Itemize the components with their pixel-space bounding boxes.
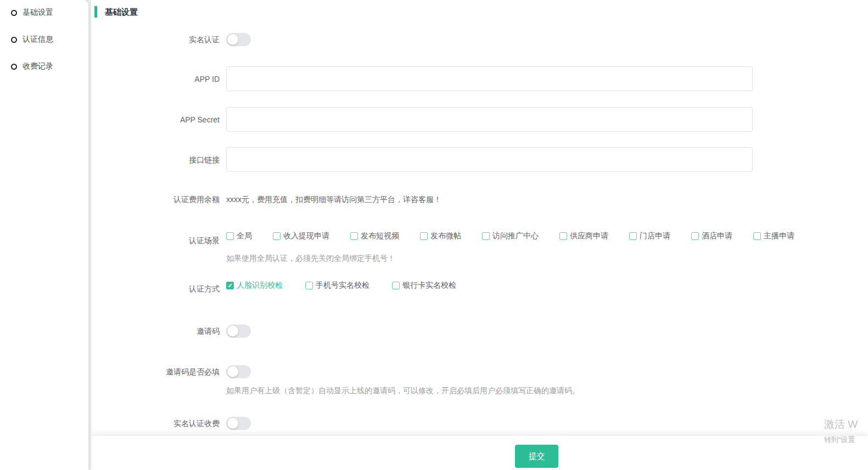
radio-circle-icon bbox=[11, 64, 17, 70]
scene-option-hotel[interactable]: 酒店申请 bbox=[691, 231, 732, 241]
checkbox-label: 银行卡实名校检 bbox=[402, 281, 456, 290]
invite-required-label: 邀请码是否必填 bbox=[91, 367, 220, 377]
scene-option-short-video[interactable]: 发布短视频 bbox=[350, 231, 399, 241]
settings-sidebar: 基础设置 认证信息 收费记录 bbox=[0, 0, 88, 470]
toggle-knob-icon bbox=[227, 366, 238, 377]
auth-fee-balance-text: xxxx元，费用充值，扣费明细等请访问第三方平台，详咨客服！ bbox=[226, 195, 441, 205]
sidebar-item-label: 认证信息 bbox=[23, 35, 53, 44]
checkbox-icon[interactable] bbox=[420, 232, 428, 240]
checkbox-icon[interactable] bbox=[305, 282, 313, 289]
app-secret-input[interactable] bbox=[226, 107, 753, 132]
checkbox-label: 主播申请 bbox=[764, 231, 794, 241]
auth-scene-options: 全局 收入提现申请 发布短视频 发布微帖 访问推广中心 供应商申请 门店申请 bbox=[226, 231, 794, 241]
auth-method-options: 人脸识别校检 手机号实名校检 银行卡实名校检 bbox=[226, 281, 456, 290]
invite-code-toggle[interactable] bbox=[226, 324, 251, 338]
invite-code-label: 邀请码 bbox=[91, 327, 220, 337]
checkbox-icon[interactable] bbox=[559, 232, 567, 240]
sidebar-item-fee-records[interactable]: 收费记录 bbox=[11, 60, 53, 72]
basic-settings-panel: 基础设置 实名认证 APP ID APP Secret 接口链接 认证费用余额 … bbox=[91, 0, 868, 470]
sidebar-item-label: 基础设置 bbox=[23, 8, 53, 18]
sidebar-item-auth-info[interactable]: 认证信息 bbox=[11, 33, 53, 46]
scene-option-promo-center[interactable]: 访问推广中心 bbox=[482, 231, 539, 241]
realname-auth-toggle[interactable] bbox=[226, 33, 251, 46]
checkbox-label: 访问推广中心 bbox=[492, 231, 539, 241]
radio-circle-icon bbox=[11, 10, 17, 16]
checkbox-label: 收入提现申请 bbox=[283, 231, 329, 241]
checkbox-label: 门店申请 bbox=[640, 231, 670, 241]
checkbox-icon[interactable] bbox=[691, 232, 699, 240]
checkbox-icon[interactable] bbox=[350, 232, 358, 240]
checkbox-icon[interactable] bbox=[482, 232, 490, 240]
radio-circle-icon bbox=[11, 37, 17, 43]
auth-method-label: 认证方式 bbox=[91, 284, 220, 294]
realname-fee-toggle[interactable] bbox=[226, 417, 251, 430]
auth-scene-label: 认证场景 bbox=[91, 236, 220, 246]
checkbox-label: 手机号实名校检 bbox=[316, 281, 369, 290]
scene-option-micro-post[interactable]: 发布微帖 bbox=[420, 231, 461, 241]
realname-fee-label: 实名认证收费 bbox=[91, 419, 220, 429]
method-option-face[interactable]: 人脸识别校检 bbox=[226, 281, 283, 290]
method-option-phone[interactable]: 手机号实名校检 bbox=[305, 281, 369, 290]
scene-option-withdraw[interactable]: 收入提现申请 bbox=[273, 231, 329, 241]
watermark-line1: 激活 W bbox=[824, 417, 868, 432]
checkbox-icon[interactable] bbox=[226, 282, 234, 289]
method-option-bankcard[interactable]: 银行卡实名校检 bbox=[392, 281, 456, 290]
invite-required-toggle[interactable] bbox=[226, 365, 251, 378]
checkbox-label: 酒店申请 bbox=[702, 231, 732, 241]
form-footer: 提交 bbox=[91, 436, 868, 470]
scene-option-global[interactable]: 全局 bbox=[226, 231, 252, 241]
scene-option-store[interactable]: 门店申请 bbox=[629, 231, 670, 241]
sidebar-item-label: 收费记录 bbox=[23, 61, 53, 71]
checkbox-icon[interactable] bbox=[753, 232, 761, 240]
api-link-input[interactable] bbox=[226, 147, 753, 172]
auth-scene-hint: 如果使用全局认证，必须先关闭全局绑定手机号！ bbox=[226, 254, 395, 264]
checkbox-icon[interactable] bbox=[273, 232, 281, 240]
page-title: 基础设置 bbox=[105, 7, 138, 18]
checkbox-label: 供应商申请 bbox=[570, 231, 608, 241]
toggle-knob-icon bbox=[227, 418, 238, 429]
toggle-knob-icon bbox=[227, 326, 238, 337]
scene-option-supplier[interactable]: 供应商申请 bbox=[559, 231, 608, 241]
api-link-label: 接口链接 bbox=[91, 155, 220, 165]
scene-option-anchor[interactable]: 主播申请 bbox=[753, 231, 794, 241]
checkbox-icon[interactable] bbox=[226, 232, 234, 240]
checkbox-label: 全局 bbox=[237, 231, 252, 241]
toggle-knob-icon bbox=[227, 34, 238, 45]
auth-fee-balance-label: 认证费用余额 bbox=[91, 195, 220, 205]
title-accent-bar bbox=[94, 6, 97, 18]
sidebar-item-basic-settings[interactable]: 基础设置 bbox=[11, 7, 53, 19]
checkbox-icon[interactable] bbox=[629, 232, 637, 240]
checkbox-label: 发布微帖 bbox=[430, 231, 461, 241]
app-secret-label: APP Secret bbox=[91, 115, 220, 124]
submit-button[interactable]: 提交 bbox=[515, 445, 558, 468]
checkbox-icon[interactable] bbox=[392, 282, 400, 289]
checkbox-label: 发布短视频 bbox=[361, 231, 399, 241]
realname-auth-label: 实名认证 bbox=[91, 35, 220, 45]
app-id-label: APP ID bbox=[91, 75, 220, 83]
app-id-input[interactable] bbox=[226, 66, 753, 91]
invite-required-hint: 如果用户有上级（含暂定）自动显示上线的邀请码，可以修改，开启必填后用户必须填写正… bbox=[226, 386, 580, 396]
checkbox-label: 人脸识别校检 bbox=[237, 281, 283, 290]
